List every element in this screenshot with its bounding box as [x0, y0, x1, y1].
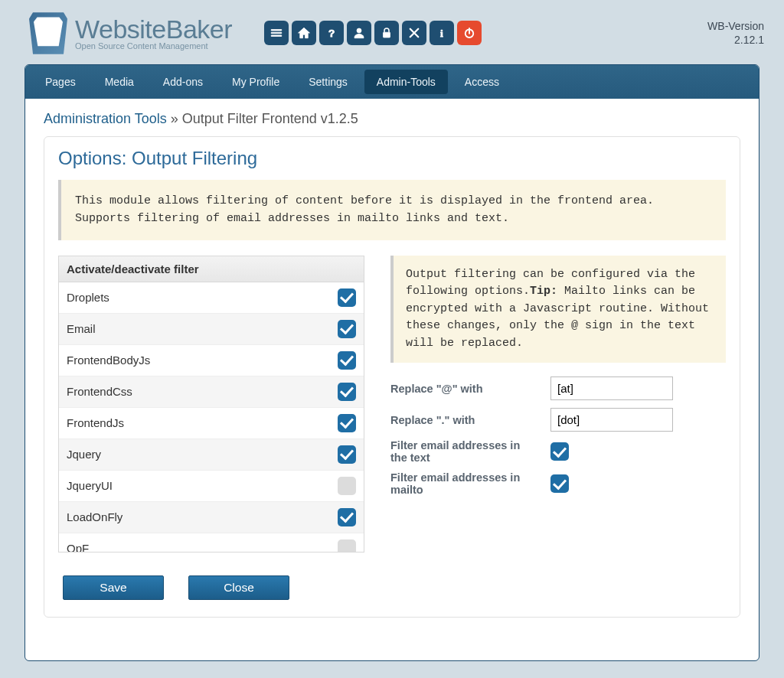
power-icon[interactable] — [457, 21, 482, 45]
brand-logo-block: WebsiteBaker Open Source Content Managem… — [29, 11, 232, 55]
home-icon[interactable] — [292, 21, 316, 45]
filter-label: Jquery — [67, 448, 101, 461]
filter-column: Activate/deactivate filter DropletsEmail… — [58, 256, 364, 553]
breadcrumb-sep: » — [167, 111, 182, 126]
nav-item-access[interactable]: Access — [452, 70, 511, 94]
top-header: WebsiteBaker Open Source Content Managem… — [0, 0, 784, 64]
nav-item-media[interactable]: Media — [93, 70, 146, 94]
filter-label: Email — [67, 322, 96, 335]
filter-list[interactable]: DropletsEmailFrontendBodyJsFrontendCssFr… — [59, 282, 364, 552]
filter-mailto-toggle[interactable] — [550, 474, 569, 493]
filter-toggle[interactable] — [338, 477, 356, 495]
filter-label: FrontendBodyJs — [67, 354, 150, 367]
menu-icon[interactable] — [264, 21, 289, 45]
brand-name: WebsiteBaker — [75, 16, 232, 42]
profile-icon[interactable] — [347, 21, 371, 45]
options-panel: Options: Output Filtering This module al… — [44, 136, 740, 618]
filter-row: Jquery — [59, 439, 364, 471]
svg-rect-2 — [384, 32, 390, 37]
breadcrumb: Administration Tools » Output Filter Fro… — [25, 99, 759, 133]
filter-box: Activate/deactivate filter DropletsEmail… — [58, 256, 364, 553]
filter-mailto-label: Filter email addresses in mailto — [390, 471, 540, 496]
filter-row: Droplets — [59, 282, 364, 314]
replace-dot-input[interactable] — [550, 408, 673, 432]
bucket-logo-icon — [29, 11, 67, 55]
close-icon[interactable] — [402, 21, 426, 45]
svg-text:i: i — [440, 28, 443, 39]
replace-dot-row: Replace "." with — [390, 408, 726, 432]
help-icon[interactable]: ? — [319, 21, 344, 45]
lock-icon[interactable] — [374, 21, 399, 45]
panel-title: Options: Output Filtering — [58, 148, 726, 169]
version-block: WB-Version 2.12.1 — [707, 19, 766, 47]
version-label: WB-Version — [707, 20, 764, 32]
filter-text-label: Filter email addresses in the text — [390, 439, 540, 464]
button-row: Save Close — [63, 575, 726, 600]
replace-at-row: Replace "@" with — [390, 376, 726, 400]
svg-point-1 — [357, 28, 361, 33]
tip-bold: Tip: — [530, 285, 557, 298]
filter-text-toggle[interactable] — [550, 442, 569, 461]
replace-dot-label: Replace "." with — [390, 414, 540, 426]
filter-header: Activate/deactivate filter — [59, 256, 364, 282]
filter-toggle[interactable] — [338, 351, 356, 370]
filter-toggle[interactable] — [338, 288, 356, 307]
svg-text:?: ? — [328, 28, 335, 39]
breadcrumb-leaf: Output Filter Frontend v1.2.5 — [182, 111, 358, 126]
intro-info-box: This module allows filtering of content … — [58, 180, 726, 240]
filter-toggle[interactable] — [338, 445, 356, 464]
filter-row: OpF — [59, 533, 364, 552]
filter-toggle[interactable] — [338, 508, 356, 526]
main-nav: PagesMediaAdd-onsMy ProfileSettingsAdmin… — [25, 65, 759, 99]
tip-box: Output filtering can be configured via t… — [390, 256, 726, 363]
filter-row: JqueryUI — [59, 471, 364, 502]
filter-row: FrontendCss — [59, 376, 364, 408]
nav-item-pages[interactable]: Pages — [33, 70, 88, 94]
replace-at-input[interactable] — [550, 376, 673, 400]
header-toolbar: ? i — [264, 21, 482, 45]
filter-toggle[interactable] — [338, 414, 356, 432]
filter-row: LoadOnFly — [59, 502, 364, 533]
nav-item-add-ons[interactable]: Add-ons — [151, 70, 215, 94]
filter-label: Droplets — [67, 291, 109, 304]
filter-toggle[interactable] — [338, 383, 356, 401]
columns: Activate/deactivate filter DropletsEmail… — [58, 256, 726, 553]
nav-item-admin-tools[interactable]: Admin-Tools — [364, 70, 448, 94]
breadcrumb-root-link[interactable]: Administration Tools — [44, 111, 167, 126]
app-frame: PagesMediaAdd-onsMy ProfileSettingsAdmin… — [24, 64, 760, 661]
filter-row: FrontendJs — [59, 408, 364, 439]
filter-text-row: Filter email addresses in the text — [390, 439, 726, 464]
brand-text: WebsiteBaker Open Source Content Managem… — [75, 16, 232, 51]
filter-mailto-row: Filter email addresses in mailto — [390, 471, 726, 496]
close-button[interactable]: Close — [188, 575, 289, 600]
options-column: Output filtering can be configured via t… — [390, 256, 726, 553]
nav-item-my-profile[interactable]: My Profile — [220, 70, 292, 94]
nav-item-settings[interactable]: Settings — [296, 70, 360, 94]
filter-label: LoadOnFly — [67, 510, 122, 523]
filter-row: Email — [59, 314, 364, 345]
filter-label: JqueryUI — [67, 479, 113, 492]
brand-tagline: Open Source Content Management — [75, 42, 232, 51]
version-value: 2.12.1 — [734, 34, 764, 46]
filter-label: FrontendCss — [67, 385, 132, 398]
replace-at-label: Replace "@" with — [390, 383, 540, 395]
filter-label: FrontendJs — [67, 416, 124, 429]
filter-row: FrontendBodyJs — [59, 345, 364, 376]
filter-toggle[interactable] — [338, 320, 356, 338]
filter-toggle[interactable] — [338, 539, 356, 552]
info-icon[interactable]: i — [430, 21, 454, 45]
filter-label: OpF — [67, 542, 89, 552]
save-button[interactable]: Save — [63, 575, 164, 600]
